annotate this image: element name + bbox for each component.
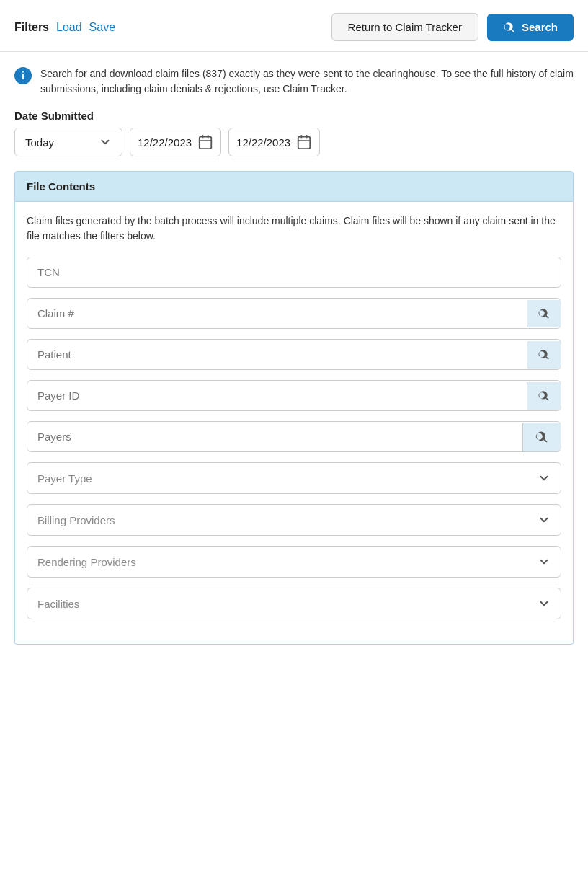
billing-providers-label: Billing Providers [37, 514, 115, 526]
patient-search-button[interactable] [527, 341, 561, 369]
info-banner: i Search for and download claim files (8… [14, 66, 574, 97]
file-contents-section: File Contents Claim files generated by t… [14, 171, 574, 645]
search-icon [535, 430, 549, 444]
svg-rect-0 [200, 137, 212, 149]
top-bar-buttons: Return to Claim Tracker Search [331, 13, 574, 41]
payer-type-label: Payer Type [37, 472, 92, 485]
svg-rect-4 [298, 137, 311, 149]
start-date-input-wrap: 12/22/2023 [130, 128, 221, 156]
chevron-down-icon [538, 513, 551, 526]
main-content: i Search for and download claim files (8… [0, 52, 588, 659]
return-to-claim-tracker-button[interactable]: Return to Claim Tracker [331, 13, 478, 41]
date-range-dropdown[interactable]: Today [14, 128, 122, 156]
payer-id-search-button[interactable] [527, 382, 561, 410]
payers-search-button[interactable] [522, 423, 561, 451]
patient-field [27, 339, 561, 370]
chevron-down-icon [538, 597, 551, 610]
chevron-down-icon [99, 136, 112, 149]
tcn-input-wrap [27, 257, 561, 288]
billing-providers-dropdown[interactable]: Billing Providers [27, 504, 561, 536]
filters-section: Filters Load Save [14, 21, 115, 34]
info-text: Search for and download claim files (837… [40, 66, 574, 97]
file-contents-header: File Contents [14, 171, 574, 202]
payers-input[interactable] [27, 422, 522, 451]
end-date-input-wrap: 12/22/2023 [228, 128, 320, 156]
search-button[interactable]: Search [487, 14, 574, 41]
end-date-value: 12/22/2023 [236, 136, 290, 149]
top-bar: Filters Load Save Return to Claim Tracke… [0, 0, 588, 52]
claim-number-field [27, 298, 561, 329]
tcn-input[interactable] [27, 257, 561, 287]
rendering-providers-label: Rendering Providers [37, 556, 136, 568]
payers-field [27, 421, 561, 452]
date-row: Today 12/22/2023 12/22/2023 [14, 128, 574, 156]
end-date-calendar-icon[interactable] [296, 134, 312, 150]
payer-type-dropdown[interactable]: Payer Type [27, 462, 561, 494]
file-contents-body: Claim files generated by the batch proce… [14, 202, 574, 645]
claim-number-search-button[interactable] [527, 300, 561, 327]
start-date-value: 12/22/2023 [138, 136, 192, 149]
search-icon [538, 389, 551, 402]
load-link[interactable]: Load [56, 21, 82, 34]
chevron-down-icon [538, 555, 551, 568]
search-icon [538, 348, 551, 361]
facilities-label: Facilities [37, 598, 79, 610]
date-range-value: Today [25, 136, 54, 149]
payer-id-input[interactable] [27, 381, 527, 410]
chevron-down-icon [538, 472, 551, 485]
info-icon: i [14, 67, 32, 84]
claim-number-input[interactable] [27, 299, 527, 328]
patient-input[interactable] [27, 340, 527, 369]
save-link[interactable]: Save [89, 21, 115, 34]
filters-label: Filters [14, 21, 49, 34]
file-contents-description: Claim files generated by the batch proce… [27, 213, 561, 244]
facilities-dropdown[interactable]: Facilities [27, 588, 561, 619]
rendering-providers-dropdown[interactable]: Rendering Providers [27, 546, 561, 578]
payer-id-field [27, 380, 561, 411]
search-icon [503, 21, 516, 34]
start-date-calendar-icon[interactable] [197, 134, 213, 150]
search-icon [538, 307, 551, 320]
date-submitted-label: Date Submitted [14, 110, 574, 122]
